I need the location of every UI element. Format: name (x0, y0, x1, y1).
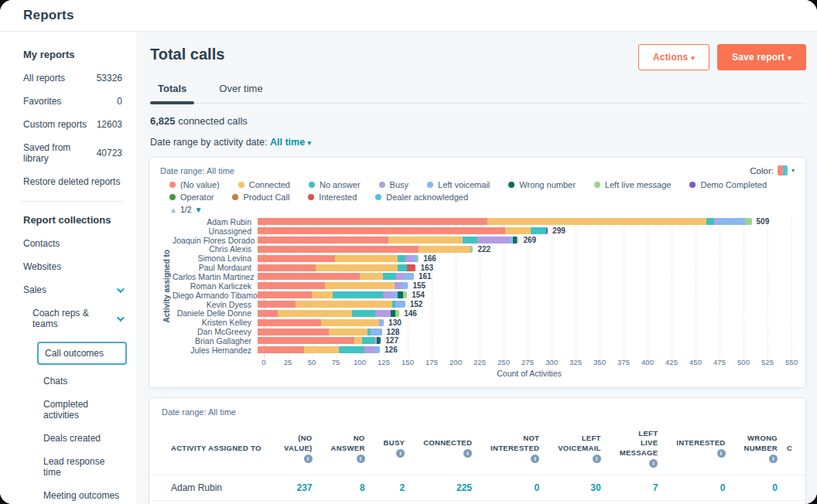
legend-item-interested[interactable]: Interested (308, 192, 357, 202)
bar-segment-no-value[interactable] (258, 301, 296, 308)
value-link[interactable]: 8 (360, 482, 365, 493)
value-link[interactable]: 225 (456, 482, 472, 493)
info-icon[interactable]: i (593, 455, 601, 463)
actions-button[interactable]: Actions▾ (638, 44, 709, 70)
info-icon[interactable]: i (357, 455, 365, 463)
info-icon[interactable]: i (463, 449, 472, 458)
bar-segment-busy[interactable] (395, 282, 402, 289)
bar-segment-connected[interactable] (296, 301, 392, 308)
column-header-connected[interactable]: CONNECTEDi (414, 424, 481, 475)
bar-segment-left-live-message[interactable] (395, 310, 399, 317)
bar-segment-connected[interactable] (388, 237, 462, 243)
bar-segment-no-value[interactable] (258, 282, 325, 289)
sidebar-item-call-outcomes[interactable]: Call outcomes (37, 342, 127, 365)
bar-segment-no-value[interactable] (258, 218, 487, 225)
bar-segment-no-value[interactable] (258, 264, 316, 271)
bar-segment-left-voicemail[interactable] (402, 282, 408, 289)
bar-segment-no-value[interactable] (258, 337, 354, 344)
value-link[interactable]: 0 (720, 482, 726, 493)
bar-segment-connected[interactable] (505, 227, 531, 234)
value-link[interactable]: 30 (590, 482, 600, 493)
date-range-dropdown[interactable]: All time ▾ (270, 137, 311, 148)
bar-segment-connected[interactable] (316, 264, 397, 271)
column-header-interested[interactable]: INTERESTEDi (667, 424, 734, 475)
bar-segment-connected[interactable] (312, 291, 332, 298)
bar-segment-connected[interactable] (360, 273, 383, 280)
legend-item-demo-completed[interactable]: Demo Completed (689, 180, 767, 189)
legend-item-wrong-number[interactable]: Wrong number (508, 180, 576, 189)
bar-segment-left-voicemail[interactable] (413, 255, 417, 262)
column-header-no-answer[interactable]: NO ANSWERi (322, 424, 374, 475)
bar-segment-no-value[interactable] (258, 310, 278, 317)
column-header-wrong-number[interactable]: WRONG NUMBERi (735, 424, 788, 475)
value-link[interactable]: 2 (399, 482, 405, 493)
sidebar-item-restore-deleted-reports[interactable]: Restore deleted reports (23, 176, 122, 187)
bar-segment-no-answer[interactable] (531, 227, 546, 234)
legend-item-busy[interactable]: Busy (379, 180, 408, 189)
info-icon[interactable]: i (649, 459, 658, 468)
bar-segment-no-answer[interactable] (352, 310, 375, 317)
bar-segment-no-answer[interactable] (706, 218, 714, 225)
color-picker-dropdown[interactable]: Color: ▾ (750, 165, 795, 175)
bar-segment-no-value[interactable] (258, 291, 312, 298)
bar-segment-left-voicemail[interactable] (374, 346, 381, 353)
sidebar-item-sales[interactable]: Sales (23, 284, 122, 295)
info-icon[interactable]: i (396, 449, 405, 458)
bar-segment-no-answer[interactable] (398, 264, 408, 271)
bar-segment-wrong-number[interactable] (398, 291, 404, 298)
bar-segment-busy[interactable] (405, 255, 413, 262)
legend-item-connected[interactable]: Connected (238, 180, 290, 189)
bar-segment-busy[interactable] (375, 310, 391, 317)
bar-segment-left-voicemail[interactable] (379, 319, 384, 326)
bar-segment-no-value[interactable] (258, 246, 419, 253)
bar-segment-connected[interactable] (335, 255, 397, 262)
sidebar-item-custom-reports[interactable]: Custom reports12603 (23, 119, 122, 130)
bar-segment-left-voicemail[interactable] (716, 218, 745, 225)
bar-segment-busy[interactable] (383, 291, 393, 298)
info-icon[interactable]: i (531, 455, 539, 463)
sidebar-item-meeting-outcomes[interactable]: Meeting outcomes (23, 490, 122, 501)
column-header-no-value[interactable]: (NO VALUE)i (275, 424, 321, 475)
sidebar-item-coach-reps-teams[interactable]: Coach reps & teams (23, 308, 122, 329)
tab-totals[interactable]: Totals (156, 83, 188, 103)
bar-segment-no-answer[interactable] (362, 337, 374, 344)
bar-segment-connected[interactable] (487, 218, 706, 225)
legend-item-left-voicemail[interactable]: Left voicemail (427, 180, 490, 189)
bar-segment-connected[interactable] (354, 337, 362, 344)
sidebar-item-saved-from-library[interactable]: Saved from library40723 (23, 142, 122, 164)
bar-segment-no-answer[interactable] (463, 237, 477, 243)
legend-item-product-call[interactable]: Product Call (232, 192, 289, 202)
legend-page-down-icon[interactable]: ▼ (195, 206, 203, 214)
bar-segment-left-voicemail[interactable] (371, 329, 382, 335)
tab-over-time[interactable]: Over time (217, 83, 264, 103)
bar-segment-no-value[interactable] (258, 329, 329, 335)
info-icon[interactable]: i (304, 455, 313, 463)
bar-segment-connected[interactable] (329, 329, 367, 335)
sidebar-item-contacts[interactable]: Contacts (23, 238, 122, 249)
column-header-left-live-message[interactable]: LEFT LIVE MESSAGEi (610, 424, 668, 475)
column-header-not-interested[interactable]: NOT INTERESTEDi (481, 424, 549, 475)
sidebar-item-all-reports[interactable]: All reports53326 (23, 73, 122, 83)
bar-segment-no-answer[interactable] (383, 273, 397, 280)
value-link[interactable]: 0 (535, 482, 540, 493)
bar-segment-left-live-message[interactable] (417, 255, 419, 262)
legend-item-left-live-message[interactable]: Left live message (594, 180, 672, 189)
bar-segment-left-live-message[interactable] (745, 218, 752, 225)
bar-segment-no-answer[interactable] (333, 291, 383, 298)
bar-segment-busy[interactable] (364, 346, 374, 353)
bar-segment-interested[interactable] (407, 264, 415, 271)
column-header-activity-assigned-to[interactable]: ACTIVITY ASSIGNED TO (149, 424, 275, 475)
column-header-c[interactable]: C (787, 424, 805, 475)
bar-segment-no-answer[interactable] (398, 255, 405, 262)
legend-item-operator[interactable]: Operator (169, 192, 214, 202)
sidebar-item-lead-response-time[interactable]: Lead response time (23, 456, 122, 478)
bar-segment-no-value[interactable] (258, 346, 304, 353)
save-report-button[interactable]: Save report▾ (717, 44, 806, 70)
info-icon[interactable]: i (769, 455, 778, 463)
bar-segment-connected[interactable] (321, 319, 379, 326)
bar-segment-left-voicemail[interactable] (404, 273, 414, 280)
column-header-busy[interactable]: BUSYi (374, 424, 415, 475)
column-header-left-voicemail[interactable]: LEFT VOICEMAILi (549, 424, 610, 475)
bar-segment-no-value[interactable] (258, 227, 505, 234)
legend-page-up-icon[interactable]: ▲ (169, 206, 177, 214)
